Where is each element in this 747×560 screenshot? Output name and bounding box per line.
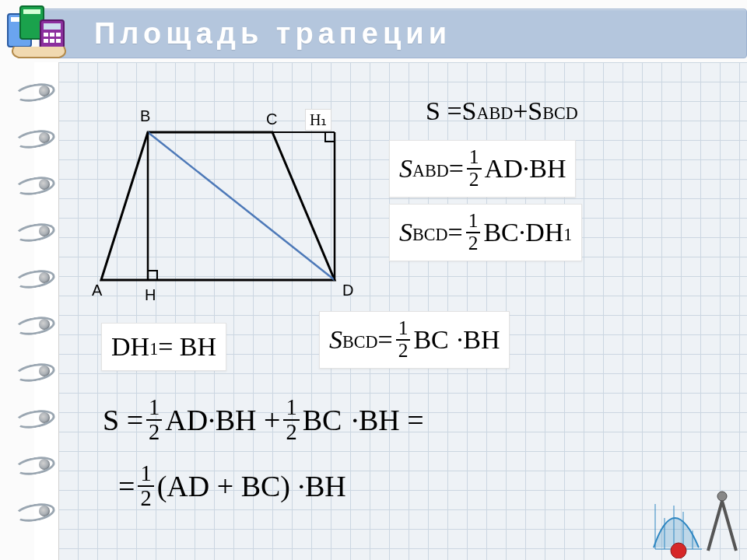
fraction-half-icon-6: 1 2 — [138, 462, 153, 510]
svg-rect-9 — [44, 39, 48, 43]
f3-Hsub: 1 — [563, 225, 572, 245]
slide-root: Площадь трапеции — [0, 0, 747, 560]
slide-title-text: Площадь трапеции — [94, 17, 451, 51]
svg-rect-11 — [56, 39, 61, 43]
svg-rect-8 — [56, 33, 61, 37]
formula-sbcd-bh: SBCD = 1 2 BC ·BH — [319, 311, 510, 369]
f4-D: D — [111, 332, 131, 362]
f6-a: S = — [103, 403, 143, 437]
half-den6: 2 — [138, 487, 153, 510]
half-num4: 1 — [146, 396, 162, 421]
fraction-half-icon: 1 2 — [467, 147, 482, 191]
half-den2: 2 — [466, 233, 481, 254]
vertex-label-B: B — [140, 107, 150, 125]
f5-eq: = — [377, 325, 392, 355]
f2-eq: = — [449, 154, 464, 184]
half-num5: 1 — [283, 396, 299, 421]
f6-c: BC — [303, 403, 342, 437]
f3-sub: BCD — [412, 225, 447, 245]
f1-sub-abd: ABD — [477, 103, 514, 124]
half-num: 1 — [467, 147, 482, 170]
half-num6: 1 — [138, 462, 153, 487]
f6-d: ·BH = — [351, 403, 423, 437]
half-den5: 2 — [283, 421, 299, 444]
formula-s-total: S = SABD + SBCD — [416, 93, 587, 129]
svg-rect-7 — [50, 33, 54, 37]
f7-a: = — [118, 469, 135, 503]
books-calculator-icon — [3, 0, 73, 64]
formula-expanded: S = 1 2 AD·BH + 1 2 BC ·BH = — [93, 393, 433, 447]
half-num3: 1 — [396, 318, 411, 341]
slide-title: Площадь трапеции — [39, 9, 747, 58]
formula-dh1-eq-bh: DH1 = BH — [101, 323, 226, 371]
f5-sub: BCD — [342, 332, 377, 352]
svg-rect-10 — [50, 39, 54, 43]
f2-S: S — [399, 154, 412, 184]
f1-sbcd-s: S — [528, 96, 542, 126]
svg-rect-3 — [23, 9, 40, 14]
svg-rect-6 — [44, 33, 48, 37]
half-den: 2 — [467, 170, 482, 191]
f3-H: H — [545, 218, 564, 247]
trapezoid-diagram: A B C D H H₁ — [86, 101, 370, 311]
formula-final: = 1 2 (AD + BC) ·BH — [109, 459, 356, 513]
svg-point-26 — [671, 543, 686, 558]
formula-sabd: SABD = 1 2 AD·BH — [389, 140, 576, 198]
svg-rect-5 — [44, 23, 61, 30]
f3-mid: BC·D — [483, 218, 544, 247]
f2-rhs: AD·BH — [485, 154, 566, 184]
f4-H: H — [131, 332, 150, 362]
svg-line-13 — [148, 132, 335, 280]
svg-line-24 — [708, 501, 722, 551]
vertex-label-D: D — [342, 282, 353, 299]
svg-point-23 — [717, 492, 727, 501]
f4-Hsub: 1 — [149, 339, 158, 359]
fraction-half-icon-2: 1 2 — [466, 211, 481, 254]
graph-compass-icon — [651, 481, 744, 558]
f5-mid: BC — [413, 325, 448, 355]
f1-sacd-s: S — [462, 96, 477, 126]
spiral-binding — [34, 62, 59, 560]
f5-S: S — [329, 325, 342, 355]
fraction-half-icon-3: 1 2 — [396, 318, 411, 362]
fraction-half-icon-5: 1 2 — [283, 396, 299, 444]
vertex-label-H: H — [145, 286, 156, 304]
half-den3: 2 — [396, 341, 411, 362]
f1-sub-bcd: BCD — [542, 103, 577, 124]
f2-sub: ABD — [412, 161, 449, 181]
vertex-label-H1: H₁ — [305, 109, 331, 131]
half-num2: 1 — [466, 211, 481, 233]
f1-s-eq: S = — [426, 96, 462, 126]
vertex-label-C: C — [266, 110, 277, 128]
formula-sbcd: SBCD = 1 2 BC·DH1 — [389, 204, 582, 261]
f1-plus: + — [513, 96, 528, 126]
f3-eq: = — [447, 218, 462, 247]
fraction-half-icon-4: 1 2 — [146, 396, 162, 444]
f7-b: (AD + BC) ·BH — [157, 469, 346, 503]
vertex-label-A: A — [92, 282, 102, 299]
f6-b: AD·BH + — [165, 403, 280, 437]
f4-eqbh: = BH — [158, 332, 216, 362]
title-bar-wrap: Площадь трапеции — [39, 6, 747, 61]
f3-S: S — [399, 218, 412, 247]
f5-tail: ·BH — [457, 325, 500, 355]
svg-line-25 — [722, 501, 736, 551]
svg-marker-12 — [101, 132, 335, 280]
half-den4: 2 — [146, 421, 162, 444]
